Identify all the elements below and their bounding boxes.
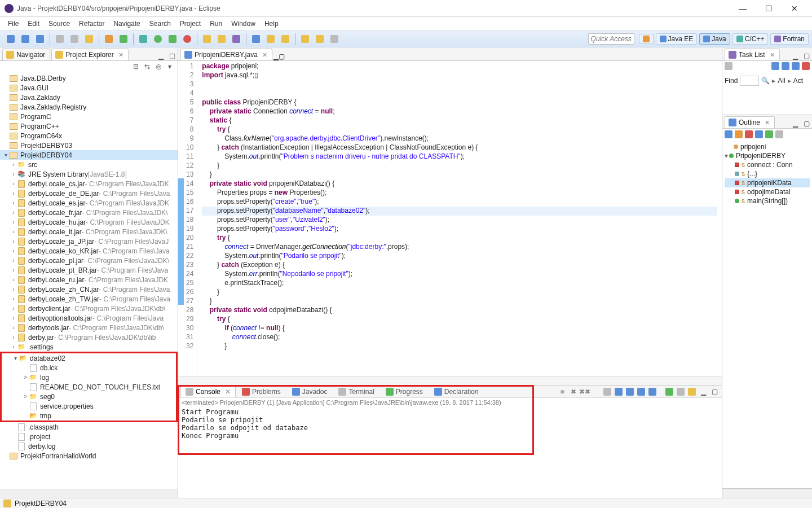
focus-button[interactable]	[775, 130, 783, 140]
window-minimize-button[interactable]: —	[730, 0, 756, 17]
filter-all[interactable]: All	[778, 77, 785, 85]
perspective-java-ee[interactable]: Java EE	[656, 33, 698, 45]
back-button[interactable]	[299, 33, 311, 45]
window-maximize-button[interactable]: ☐	[756, 0, 782, 17]
jar-item[interactable]: ›derbytools.jar - C:\Program Files\JavaJ…	[0, 323, 178, 332]
console-open-button[interactable]	[687, 387, 697, 397]
close-icon[interactable]: ✕	[118, 51, 123, 59]
outline-package[interactable]: pripojeni	[725, 142, 810, 151]
close-icon[interactable]: ✕	[770, 51, 775, 59]
perspective-java[interactable]: Java	[699, 33, 730, 45]
jar-item[interactable]: ›derbyLocale_cs.jar - C:\Program Files\J…	[0, 179, 178, 189]
project-explorer-tree[interactable]: Java.DB.DerbyJava.GUIJava.ZakladyJava.Za…	[0, 72, 178, 489]
window-close-button[interactable]: ✕	[782, 0, 807, 17]
outline-horizontal-scrollbar[interactable]	[722, 489, 812, 498]
menu-navigate[interactable]: Navigate	[109, 18, 144, 29]
view-minimize-button[interactable]: ▁	[156, 51, 165, 60]
java-editor[interactable]: 1234567891011121314151617181920212223242…	[178, 61, 722, 376]
collapse-all-button[interactable]: ⊟	[131, 62, 140, 71]
new-button[interactable]	[5, 33, 17, 45]
jar-item[interactable]: ›derbyLocale_zh_TW.jar - C:\Program File…	[0, 294, 178, 304]
new-folder-button[interactable]	[201, 33, 213, 45]
view-maximize-button[interactable]: ▢	[709, 387, 720, 397]
project-item[interactable]: Java.DB.Derby	[0, 73, 178, 83]
jar-item[interactable]: ›derbyLocale_ja_JP.jar - C:\Program File…	[0, 237, 178, 246]
find-input[interactable]	[740, 76, 759, 86]
forward-button[interactable]	[314, 33, 326, 45]
tab-javadoc[interactable]: Javadoc	[287, 386, 333, 397]
database-folder[interactable]: ▾databaze02	[2, 353, 176, 363]
outline-class[interactable]: ▾PripojeniDERBY	[725, 151, 810, 160]
console-remove-all-button[interactable]: ✖✖	[580, 387, 590, 397]
hide-static-button[interactable]	[745, 130, 753, 140]
project-item[interactable]: ProjektFortranHalloWorld	[0, 451, 178, 461]
debug-button[interactable]	[137, 33, 149, 45]
jar-item[interactable]: ›derbyLocale_zh_CN.jar - C:\Program File…	[0, 284, 178, 294]
project-item[interactable]: Java.Zaklady.Registry	[0, 102, 178, 112]
jar-item[interactable]: ›derbyoptionaltools.jar - C:\Program Fil…	[0, 313, 178, 323]
tab-project-explorer[interactable]: Project Explorer✕	[51, 49, 128, 60]
jar-item[interactable]: ›derbyLocale_es.jar - C:\Program Files\J…	[0, 198, 178, 208]
categorize-button[interactable]	[771, 62, 779, 72]
editor-maximize-button[interactable]: ▢	[279, 52, 285, 60]
tab-outline[interactable]: Outline✕	[725, 116, 775, 128]
project-file[interactable]: .project	[0, 432, 178, 441]
menu-refactor[interactable]: Refactor	[74, 18, 109, 29]
project-item[interactable]: Java.GUI	[0, 83, 178, 93]
new-package-button[interactable]	[103, 33, 115, 45]
tab-problems[interactable]: Problems	[237, 386, 286, 397]
sync-button[interactable]	[792, 62, 800, 72]
filter-activate[interactable]: Act	[793, 77, 803, 85]
database-item[interactable]: >seg0	[2, 392, 176, 401]
coverage-button[interactable]	[166, 33, 179, 45]
menu-file[interactable]: File	[3, 18, 23, 29]
editor-minimize-button[interactable]: ▁	[273, 52, 279, 60]
new-file-button[interactable]	[215, 33, 228, 45]
jar-item[interactable]: ›derbyclient.jar - C:\Program Files\Java…	[0, 304, 178, 313]
jar-item[interactable]: ›derbyLocale_hu.jar - C:\Program Files\J…	[0, 217, 178, 227]
settings-folder[interactable]: ›.settings	[0, 342, 178, 352]
pin-button[interactable]	[328, 33, 341, 45]
editor-tab-pripojeniderby[interactable]: PripojeniDERBY.java✕	[180, 49, 272, 60]
editor-horizontal-scrollbar[interactable]	[178, 376, 722, 385]
find-go-icon[interactable]: 🔍	[761, 77, 770, 85]
project-item[interactable]: ProgramC64x	[0, 131, 178, 141]
link-editor-button[interactable]: ⇆	[143, 62, 152, 71]
hide-fields-button[interactable]	[735, 130, 743, 140]
view-menu-button[interactable]: ▾	[165, 62, 174, 71]
close-icon[interactable]: ✕	[765, 119, 770, 126]
console-output[interactable]: Start Programu Podarilo se pripojit Poda…	[178, 407, 722, 498]
annotation-next-button[interactable]	[279, 33, 292, 45]
hide-nonpublic-button[interactable]	[755, 130, 763, 140]
outline-method-pripojeni[interactable]: spripojeniKData	[725, 178, 810, 187]
tab-terminal[interactable]: Terminal	[333, 386, 379, 397]
skip-breakpoints-button[interactable]	[83, 33, 95, 45]
console-show-on-err-button[interactable]	[647, 387, 657, 397]
annotation-prev-button[interactable]	[264, 33, 277, 45]
console-terminate-button[interactable]: ■	[557, 387, 567, 397]
menu-project[interactable]: Project	[175, 18, 205, 29]
outline-method-main[interactable]: smain(String[])	[725, 196, 810, 205]
database-item[interactable]: service.properties	[2, 401, 176, 411]
close-icon[interactable]: ✕	[262, 51, 267, 59]
database-item[interactable]: db.lck	[2, 363, 176, 373]
view-minimize-button[interactable]: ▁	[791, 51, 800, 60]
search-button[interactable]	[250, 33, 262, 45]
toggle-breadcrumb-button[interactable]	[54, 33, 66, 45]
save-button[interactable]	[19, 33, 32, 45]
quick-access-input[interactable]	[588, 33, 634, 45]
new-task-button[interactable]	[725, 62, 732, 72]
jar-item[interactable]: ›derbyLocale_pt_BR.jar - C:\Program File…	[0, 265, 178, 275]
open-perspective-button[interactable]	[639, 34, 654, 44]
tab-navigator[interactable]: Navigator	[2, 49, 50, 60]
project-item[interactable]: Java.Zaklady	[0, 93, 178, 102]
menu-search[interactable]: Search	[145, 18, 175, 29]
close-icon[interactable]: ✕	[225, 388, 231, 396]
console-remove-button[interactable]: ✖	[568, 387, 579, 397]
jar-item[interactable]: ›derbyLocale_fr.jar - C:\Program Files\J…	[0, 208, 178, 217]
view-minimize-button[interactable]: ▁	[698, 387, 708, 397]
jre-library[interactable]: ›JRE System Library [JavaSE-1.8]	[0, 169, 178, 179]
view-maximize-button[interactable]: ▢	[802, 119, 811, 128]
outline-tree[interactable]: pripojeni ▾PripojeniDERBY sconnect : Con…	[722, 141, 812, 207]
project-item[interactable]: ProgramC	[0, 112, 178, 121]
